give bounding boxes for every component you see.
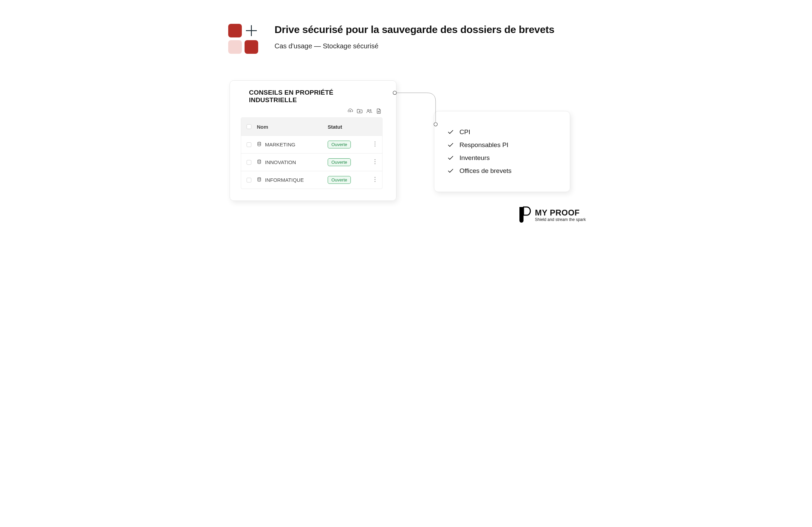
svg-point-19	[375, 181, 376, 182]
page-subtitle: Cas d'usage — Stockage sécurisé	[275, 42, 554, 50]
personas-card: CPI Responsables PI Inventeurs Offices d…	[434, 111, 570, 192]
page-title: Drive sécurisé pour la sauvegarde des do…	[275, 24, 554, 35]
persona-label: Offices de brevets	[460, 167, 511, 175]
svg-point-17	[375, 177, 376, 178]
svg-point-10	[375, 144, 376, 145]
brand-mark: MY PROOF Shield and stream the spark	[517, 206, 586, 225]
row-menu-icon[interactable]	[374, 141, 376, 148]
add-folder-icon[interactable]	[357, 108, 363, 114]
column-header-status: Statut	[328, 124, 368, 130]
check-icon	[447, 155, 454, 161]
persona-label: Inventeurs	[460, 154, 490, 162]
row-checkbox[interactable]	[247, 142, 251, 147]
page-header: Drive sécurisé pour la sauvegarde des do…	[203, 0, 609, 54]
svg-point-8	[258, 142, 261, 143]
brand-logo-icon	[517, 206, 531, 225]
persona-item: Responsables PI	[447, 138, 557, 151]
svg-point-15	[375, 163, 376, 164]
brand-tagline: Shield and stream the spark	[535, 218, 586, 222]
folders-toolbar	[230, 104, 396, 117]
row-checkbox[interactable]	[247, 160, 251, 165]
folder-name: INNOVATION	[265, 159, 296, 165]
column-header-name: Nom	[257, 124, 328, 130]
folders-card: CONSEILS EN PROPRIÉTÉ INDUSTRIELLE	[230, 80, 396, 201]
select-all-checkbox[interactable]	[247, 124, 251, 129]
folders-card-title: CONSEILS EN PROPRIÉTÉ INDUSTRIELLE	[230, 89, 396, 104]
svg-point-12	[258, 160, 261, 161]
row-checkbox[interactable]	[247, 178, 251, 182]
brand-name: MY PROOF	[535, 208, 580, 217]
svg-point-4	[367, 109, 369, 111]
status-badge: Ouverte	[328, 158, 351, 166]
table-row[interactable]: INNOVATION Ouverte	[241, 153, 382, 171]
table-row[interactable]: INFORMATIQUE Ouverte	[241, 171, 382, 189]
app-logo-icon	[228, 24, 258, 54]
persona-item: CPI	[447, 126, 557, 138]
svg-point-18	[375, 179, 376, 180]
file-icon[interactable]	[376, 108, 382, 114]
status-badge: Ouverte	[328, 176, 351, 184]
row-menu-icon[interactable]	[374, 159, 376, 165]
persona-item: Offices de brevets	[447, 164, 557, 177]
persona-label: CPI	[460, 128, 470, 136]
check-icon	[447, 129, 454, 135]
check-icon	[447, 167, 454, 174]
svg-point-9	[375, 142, 376, 143]
users-icon[interactable]	[366, 108, 372, 114]
status-badge: Ouverte	[328, 141, 351, 148]
row-menu-icon[interactable]	[374, 177, 376, 183]
table-row[interactable]: MARKETING Ouverte	[241, 135, 382, 153]
folders-table: Nom Statut MARKETING Ouverte	[241, 117, 382, 189]
svg-point-11	[375, 146, 376, 147]
persona-item: Inventeurs	[447, 151, 557, 164]
persona-label: Responsables PI	[460, 141, 508, 149]
database-icon	[257, 142, 262, 147]
cloud-upload-icon[interactable]	[347, 108, 353, 114]
table-header-row: Nom Statut	[241, 118, 382, 135]
svg-point-13	[375, 159, 376, 160]
database-icon	[257, 159, 262, 165]
folder-name: INFORMATIQUE	[265, 177, 304, 183]
svg-point-5	[370, 109, 371, 111]
database-icon	[257, 177, 262, 183]
svg-point-16	[258, 177, 261, 179]
folder-name: MARKETING	[265, 142, 295, 147]
check-icon	[447, 142, 454, 148]
svg-point-14	[375, 161, 376, 162]
